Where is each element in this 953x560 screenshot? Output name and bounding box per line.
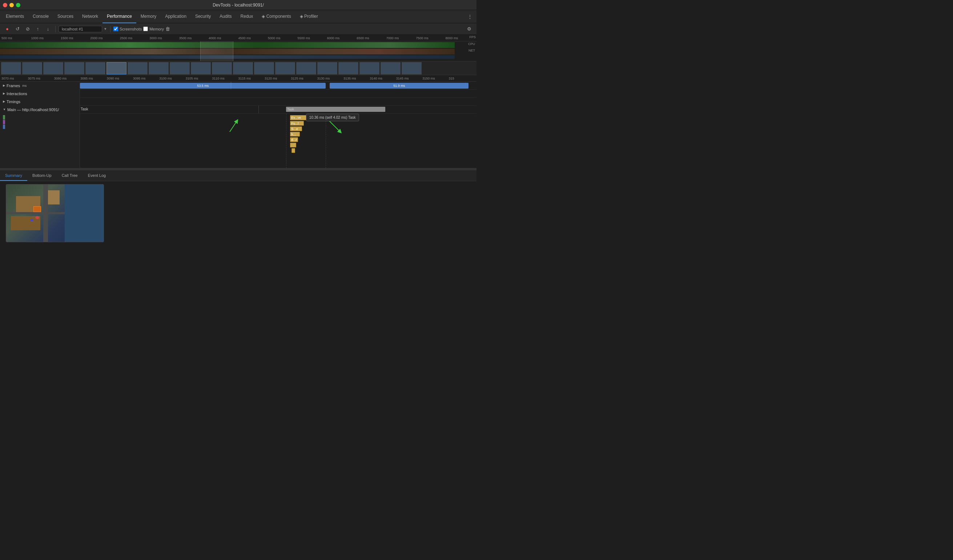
flame-task-se[interactable]: S...e <box>290 126 302 131</box>
screenshot-preview <box>6 184 104 242</box>
tab-summary[interactable]: Summary <box>0 170 27 181</box>
filmstrip-frame[interactable] <box>22 62 42 74</box>
cpu-right-label: NET <box>469 49 475 52</box>
tab-console[interactable]: Console <box>28 10 53 23</box>
task-label-right: Task <box>287 107 294 111</box>
ruler-label-12: 6500 ms <box>357 36 386 40</box>
filmstrip-frame[interactable] <box>64 62 84 74</box>
filmstrip-frame[interactable] <box>338 62 359 74</box>
divider2 <box>110 26 110 32</box>
frame-bar-2[interactable]: 51.9 ms <box>330 83 469 89</box>
ruler-label-8: 4500 ms <box>238 36 268 40</box>
filmstrip-frame[interactable] <box>296 62 316 74</box>
stop-button[interactable]: ⊘ <box>23 25 32 33</box>
filmstrip-frame[interactable] <box>127 62 147 74</box>
frames-track-label[interactable]: Frames ms <box>0 82 80 90</box>
tab-memory[interactable]: Memory <box>136 10 161 23</box>
filmstrip-frame[interactable] <box>254 62 274 74</box>
flame-task-d[interactable]: d...r <box>290 137 298 142</box>
filmstrip-frame[interactable] <box>1 62 21 74</box>
ruler-label-6: 3500 ms <box>179 36 209 40</box>
record-button[interactable]: ● <box>3 25 12 33</box>
close-button[interactable] <box>3 3 7 7</box>
task-bar-right[interactable]: Task <box>286 107 385 112</box>
upload-button[interactable]: ↑ <box>33 25 42 33</box>
minimize-button[interactable] <box>9 3 14 7</box>
frame-bar-1[interactable]: 53.5 ms <box>80 83 326 89</box>
filmstrip-frame[interactable] <box>380 62 400 74</box>
filmstrip-frame[interactable] <box>170 62 190 74</box>
tab-components[interactable]: ◈ Components <box>257 10 295 23</box>
interactions-label-text: Interactions <box>6 91 27 96</box>
svg-line-0 <box>230 121 237 132</box>
ruler-label-7: 4000 ms <box>209 36 238 40</box>
interactions-track: Interactions <box>0 90 476 98</box>
dr-0: 3070 ms <box>2 77 28 80</box>
settings-button[interactable]: ⚙ <box>465 25 473 33</box>
tab-call-tree[interactable]: Call Tree <box>57 170 83 181</box>
interactions-track-content <box>80 90 476 97</box>
dr-2: 3080 ms <box>54 77 80 80</box>
main-track-label[interactable]: Main — http://localhost:9091/ <box>0 106 80 114</box>
flame-task-event[interactable]: Ev...ve <box>290 115 310 120</box>
dr-10: 3120 ms <box>265 77 291 80</box>
green-arrow-2 <box>326 121 348 139</box>
window-controls[interactable] <box>3 3 20 7</box>
clear-button[interactable]: 🗑 <box>165 26 170 32</box>
flame-task-small-2[interactable] <box>292 148 295 153</box>
flame-task-small-1[interactable] <box>290 143 296 147</box>
flame-task-h[interactable]: h... <box>290 132 300 136</box>
more-options-button[interactable]: ⋮ <box>465 12 475 22</box>
filmstrip-frame[interactable] <box>191 62 211 74</box>
filmstrip-frame[interactable] <box>85 62 106 74</box>
filmstrip-frame[interactable] <box>233 62 253 74</box>
filmstrip-frame[interactable] <box>149 62 169 74</box>
small-purple-bar-3 <box>320 115 321 120</box>
tab-network[interactable]: Network <box>78 10 102 23</box>
reload-button[interactable]: ↺ <box>13 25 22 33</box>
filmstrip-frame-selected[interactable] <box>107 62 126 74</box>
filmstrip-frame[interactable] <box>402 62 422 74</box>
tab-application[interactable]: Application <box>161 10 191 23</box>
url-display: localhost #1 <box>59 26 102 32</box>
screenshots-checkbox[interactable] <box>113 26 118 31</box>
filmstrip-frame[interactable] <box>360 62 379 74</box>
timings-label-text: Timings <box>6 99 20 104</box>
filmstrip-frame[interactable] <box>212 62 232 74</box>
tab-event-log[interactable]: Event Log <box>83 170 111 181</box>
filmstrip <box>0 61 476 75</box>
maximize-button[interactable] <box>16 3 20 7</box>
ruler-label-14: 7500 ms <box>416 36 445 40</box>
memory-checkbox-label[interactable]: Memory <box>143 26 164 31</box>
small-purple-bar-1 <box>312 115 313 120</box>
interactions-track-label[interactable]: Interactions <box>0 90 80 98</box>
tab-profiler[interactable]: ◈ Profiler <box>295 10 322 23</box>
filmstrip-frame[interactable] <box>43 62 63 74</box>
tab-redux[interactable]: Redux <box>236 10 258 23</box>
timeline-ruler: 500 ms 1000 ms 1500 ms 2000 ms 2500 ms 3… <box>0 35 476 42</box>
selection-overlay <box>200 42 234 61</box>
main-flame-label <box>0 114 80 168</box>
filmstrip-frame[interactable] <box>317 62 337 74</box>
tab-performance[interactable]: Performance <box>102 10 136 23</box>
timings-track-label[interactable]: Timings <box>0 98 80 106</box>
dropdown-arrow[interactable]: ▾ <box>104 26 107 31</box>
screenshots-checkbox-label[interactable]: Screenshots <box>113 26 142 31</box>
memory-checkbox[interactable] <box>143 26 148 31</box>
frames-track: Frames ms 53.5 ms 51.9 ms <box>0 82 476 90</box>
dr-8: 3110 ms <box>212 77 238 80</box>
tab-bottom-up[interactable]: Bottom-Up <box>27 170 57 181</box>
task-tooltip: 10.36 ms (self 4.02 ms) Task <box>306 114 359 121</box>
dr-12: 3130 ms <box>317 77 343 80</box>
map-water <box>65 184 104 242</box>
filmstrip-frame[interactable] <box>275 62 295 74</box>
tab-elements[interactable]: Elements <box>2 10 28 23</box>
flame-task-fu[interactable]: Fu...l <box>290 121 304 126</box>
tab-security[interactable]: Security <box>191 10 215 23</box>
tab-audits[interactable]: Audits <box>215 10 236 23</box>
color-bar-blue <box>3 125 5 129</box>
download-button[interactable]: ↓ <box>43 25 52 33</box>
dashed-line-right <box>326 114 326 168</box>
tab-sources[interactable]: Sources <box>53 10 78 23</box>
main-label-text: Main — http://localhost:9091/ <box>7 107 59 112</box>
